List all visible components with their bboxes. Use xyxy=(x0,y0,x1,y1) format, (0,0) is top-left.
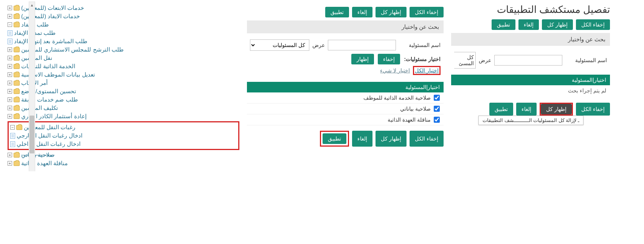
tree-node-label[interactable]: ادخال رغبات النقل الخارجي xyxy=(17,132,82,139)
resp-row-1: صلاحية بياناتي xyxy=(247,103,444,114)
folder-icon xyxy=(14,106,20,111)
resp-name-label-mid: اسم المسئولية xyxy=(399,42,441,48)
hide-all-button[interactable]: إخفاء الكل xyxy=(576,19,610,30)
cancel-button-2[interactable]: إلغاء xyxy=(516,103,537,116)
tree-node-12[interactable]: تكليف المعلمين+ xyxy=(8,104,239,112)
expand-icon[interactable]: + xyxy=(8,89,12,94)
hide-all-button-2[interactable]: إخفاء الكل xyxy=(576,103,610,116)
show-button[interactable]: إظهار xyxy=(351,54,374,64)
no-search-text: لم يتم إجراء بحث xyxy=(451,85,610,96)
folder-icon xyxy=(14,161,20,166)
document-icon xyxy=(8,39,12,44)
tree-node-7[interactable]: الخدمة الذاتية للترقيات+ xyxy=(8,62,239,70)
tree-node-17[interactable]: صلاحية بياناتي+ xyxy=(8,151,239,159)
resp-select[interactable]: كل المسئوليات xyxy=(250,39,309,51)
expand-icon[interactable]: + xyxy=(8,81,12,85)
resp-label-2: مناقلة العهدة الذاتية xyxy=(388,117,431,123)
tree-node-8[interactable]: تعديل بيانات الموظف الاساسية+ xyxy=(8,70,239,79)
folder-icon xyxy=(14,89,20,94)
tree-node-3[interactable]: طلب تمديد الإيفاد xyxy=(8,29,239,37)
expand-icon[interactable]: + xyxy=(8,47,12,52)
folder-icon xyxy=(14,56,20,61)
folder-icon xyxy=(14,97,20,102)
tree-node-label[interactable]: مناقلة العهدة الذاتية xyxy=(21,160,68,167)
tree-node-14[interactable]: رغبات النقل للمعلمين− xyxy=(10,123,237,131)
vertical-scrollbar[interactable]: ▲ ▼ xyxy=(29,2,35,171)
resp-checkbox-1[interactable] xyxy=(434,106,440,112)
apply-button-mid[interactable]: تطبيق xyxy=(325,7,349,17)
tree-node-10[interactable]: تحسين المستوى/الوضع+ xyxy=(8,87,239,95)
resp-label-0: صلاحية الخدمة الذاتية للموظف xyxy=(363,95,431,101)
hide-all-button-mid[interactable]: إخفاء الكل xyxy=(410,7,444,17)
show-all-button-mid[interactable]: إظهار كل xyxy=(376,7,407,17)
tree-node-label[interactable]: تكليف المعلمين xyxy=(21,105,58,111)
show-all-button-mid-2[interactable]: إظهار كل xyxy=(376,131,407,147)
cancel-button[interactable]: إلغاء xyxy=(518,19,539,30)
expand-icon[interactable]: + xyxy=(8,14,12,19)
search-panel-header-mid: بحث عن واختيار xyxy=(247,20,444,33)
tree-node-label[interactable]: طلب المباشرة بعد إنتهاء الإيفاد xyxy=(14,38,87,45)
resp-checkbox-0[interactable] xyxy=(434,95,440,101)
highlighted-tree-group: رغبات النقل للمعلمين−ادخال رغبات النقل ا… xyxy=(8,121,239,150)
cancel-button-mid[interactable]: إلغاء xyxy=(352,7,372,17)
expand-icon[interactable]: + xyxy=(8,153,12,157)
resp-name-label: اسم المسئولية xyxy=(565,57,607,63)
expand-icon[interactable]: + xyxy=(8,106,12,110)
tree-node-6[interactable]: نقل المعلمين+ xyxy=(8,54,239,62)
folder-icon xyxy=(14,6,20,11)
display-label-mid: عرض xyxy=(312,42,325,48)
folder-icon xyxy=(14,22,20,27)
tree-node-label[interactable]: صلاحية بياناتي xyxy=(21,152,54,158)
resp-checkbox-2[interactable] xyxy=(434,117,440,123)
document-icon xyxy=(8,30,12,36)
show-all-button[interactable]: إظهار كل xyxy=(542,19,573,30)
tree-node-15[interactable]: ادخال رغبات النقل الخارجي xyxy=(10,131,237,140)
expand-icon[interactable]: + xyxy=(8,97,12,102)
display-label: عرض xyxy=(479,57,491,63)
document-icon xyxy=(10,141,15,147)
hide-button[interactable]: إخفاء xyxy=(378,54,400,64)
search-panel-header: بحث عن واختيار xyxy=(451,33,610,46)
expand-icon[interactable]: + xyxy=(8,6,12,10)
tree-node-label[interactable]: ادخال رغبات النقل الداخلي xyxy=(17,141,81,147)
scroll-up-icon[interactable]: ▲ xyxy=(29,2,35,8)
bottom-buttons-mid: إخفاء الكل إظهار كل إلغاء تطبيق xyxy=(247,131,444,147)
tree-node-9[interactable]: أمر الاركاب+ xyxy=(8,79,239,87)
scroll-thumb[interactable] xyxy=(29,116,34,153)
tree-node-11[interactable]: طلب ضم خدمات سابقة+ xyxy=(8,95,239,104)
top-buttons-mid: إخفاء الكل إظهار كل إلغاء تطبيق xyxy=(247,7,444,17)
expand-icon[interactable]: + xyxy=(8,72,12,77)
tree-node-1[interactable]: خدمات الايفاد (للمعلمين)+ xyxy=(8,12,239,20)
expand-icon[interactable]: + xyxy=(8,64,12,69)
show-all-button-2-hover[interactable]: إظهار كل xyxy=(541,104,572,114)
apply-button[interactable]: تطبيق xyxy=(492,19,515,30)
apply-button-2[interactable]: تطبيق xyxy=(489,103,513,116)
select-resp-header-mid: اختيار|المسئولية xyxy=(247,82,444,92)
tree-node-5[interactable]: طلب الترشح للمجلس الاستشاري للمعلمين+ xyxy=(8,45,239,54)
tree-node-0[interactable]: خدمات الابتعات (للمعلمين)+ xyxy=(8,4,239,12)
tree-node-2[interactable]: طلب الايفاد− xyxy=(8,20,239,29)
tree-node-16[interactable]: ادخال رغبات النقل الداخلي xyxy=(10,140,237,148)
tree-node-4[interactable]: طلب المباشرة بعد إنتهاء الإيفاد xyxy=(8,37,239,45)
tree-node-18[interactable]: مناقلة العهدة الذاتية+ xyxy=(8,159,239,167)
resp-name-input[interactable] xyxy=(494,55,562,66)
folder-icon xyxy=(14,114,20,119)
folder-icon xyxy=(14,153,20,158)
top-buttons-right: إخفاء الكل إظهار كل إلغاء تطبيق xyxy=(451,19,610,30)
tree-node-label[interactable]: طلب الترشح للمجلس الاستشاري للمعلمين xyxy=(21,46,124,53)
resp-row-0: صلاحية الخدمة الذاتية للموظف xyxy=(247,92,444,103)
tree-node-label[interactable]: نقل المعلمين xyxy=(21,55,52,61)
expand-icon[interactable]: + xyxy=(8,56,12,60)
collapse-icon[interactable]: − xyxy=(10,125,15,130)
resp-name-input-mid[interactable] xyxy=(328,40,396,50)
expand-icon[interactable]: + xyxy=(8,114,12,119)
tree-node-13[interactable]: إعادة أستثمار الكادر الإداري+ xyxy=(8,112,239,120)
apply-button-mid-2[interactable]: تطبيق xyxy=(323,133,346,144)
hide-all-button-mid-2[interactable]: إخفاء الكل xyxy=(410,131,444,147)
folder-icon xyxy=(16,125,22,130)
select-none-link[interactable]: اختيار لا شيء xyxy=(380,67,410,74)
collapse-icon[interactable]: − xyxy=(8,22,12,27)
expand-icon[interactable]: + xyxy=(8,161,12,166)
cancel-button-mid-2[interactable]: إلغاء xyxy=(352,131,372,147)
select-all-link[interactable]: اختيار الكل xyxy=(415,67,439,74)
